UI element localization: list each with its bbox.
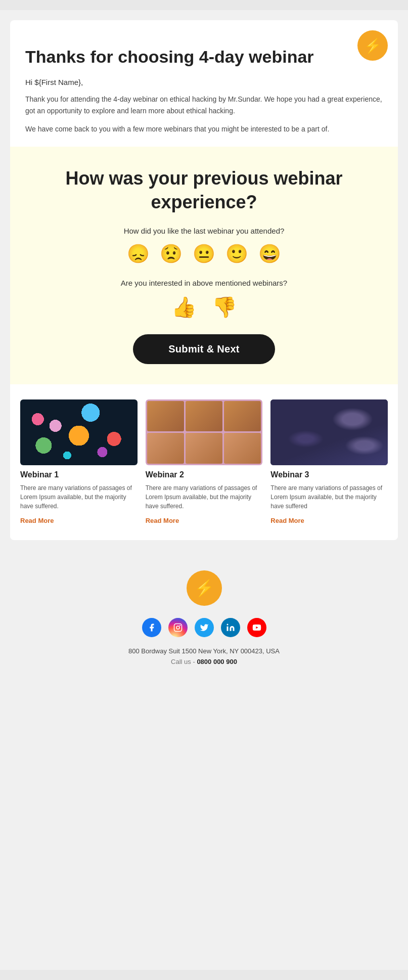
webinar-1-desc: There are many variations of passages of…	[20, 483, 138, 511]
lightning-icon: ⚡	[364, 37, 382, 54]
thumbs-row: 👍 👎	[25, 295, 383, 319]
webinar-card-3: Webinar 3 There are many variations of p…	[270, 399, 388, 525]
youtube-icon[interactable]	[247, 618, 266, 637]
header-section: ⚡ Thanks for choosing 4-day webinar Hi $…	[10, 20, 398, 147]
webinar-image-3	[270, 399, 388, 465]
svg-point-3	[226, 623, 228, 625]
food-cell-5	[186, 433, 222, 464]
footer-address: 800 Bordway Suit 1500 New York, NY 00042…	[10, 647, 398, 655]
emoji-sad[interactable]: 😟	[160, 243, 183, 264]
linkedin-icon[interactable]	[221, 618, 240, 637]
webinar-2-name: Webinar 2	[146, 470, 263, 479]
footer-phone: Call us - 0800 000 900	[10, 658, 398, 665]
webinar-3-name: Webinar 3	[270, 470, 388, 479]
phone-number: 0800 000 900	[197, 658, 237, 665]
emoji-neutral[interactable]: 😐	[193, 243, 215, 264]
survey-title: How was your previous webinar experience…	[25, 167, 383, 214]
submit-next-button[interactable]: Submit & Next	[133, 334, 275, 364]
survey-question-1: How did you like the last webinar you at…	[25, 227, 383, 235]
footer-section: ⚡ 800 Bordway Suit 1500 New York, NY 000…	[0, 550, 408, 686]
webinar-3-desc: There are many variations of passages of…	[270, 483, 388, 511]
emoji-rating-row: 😞 😟 😐 🙂 😄	[25, 243, 383, 264]
survey-question-2: Are you interested in above mentioned we…	[25, 279, 383, 287]
body-text-2: We have come back to you with a few more…	[25, 123, 383, 135]
header-logo-icon: ⚡	[357, 30, 388, 61]
svg-point-1	[176, 626, 179, 629]
call-label: Call us -	[171, 658, 197, 665]
food-cell-4	[147, 433, 184, 464]
emoji-very-happy[interactable]: 😄	[258, 243, 281, 264]
webinar-3-read-more[interactable]: Read More	[270, 517, 304, 524]
webinar-card-1: Webinar 1 There are many variations of p…	[20, 399, 138, 525]
body-text-1: Thank you for attending the 4-day webina…	[25, 94, 383, 116]
instagram-icon[interactable]	[168, 618, 188, 637]
webinar-2-desc: There are many variations of passages of…	[146, 483, 263, 511]
emoji-happy[interactable]: 🙂	[225, 243, 248, 264]
webinar-2-read-more[interactable]: Read More	[146, 517, 179, 524]
webinar-image-1	[20, 399, 138, 465]
survey-section: How was your previous webinar experience…	[10, 147, 398, 384]
webinar-image-2	[146, 399, 263, 465]
footer-lightning-icon: ⚡	[194, 578, 214, 598]
food-cell-1	[147, 401, 184, 432]
page-title: Thanks for choosing 4-day webinar	[25, 46, 383, 68]
emoji-very-sad[interactable]: 😞	[127, 243, 150, 264]
webinars-grid: Webinar 1 There are many variations of p…	[20, 399, 388, 525]
food-cell-3	[224, 401, 261, 432]
webinar-card-2: Webinar 2 There are many variations of p…	[146, 399, 263, 525]
social-links-row	[10, 618, 398, 637]
thumbs-down-icon[interactable]: 👎	[212, 295, 237, 319]
footer-logo: ⚡	[187, 570, 222, 606]
svg-rect-0	[174, 623, 182, 631]
twitter-icon[interactable]	[195, 618, 214, 637]
greeting-text: Hi ${First Name},	[25, 78, 383, 86]
svg-point-2	[179, 625, 180, 626]
webinar-1-read-more[interactable]: Read More	[20, 517, 54, 524]
food-cell-6	[224, 433, 261, 464]
thumbs-up-icon[interactable]: 👍	[171, 295, 197, 319]
facebook-icon[interactable]	[142, 618, 161, 637]
webinars-section: Webinar 1 There are many variations of p…	[10, 384, 398, 540]
webinar-1-name: Webinar 1	[20, 470, 138, 479]
food-cell-2	[186, 401, 222, 432]
